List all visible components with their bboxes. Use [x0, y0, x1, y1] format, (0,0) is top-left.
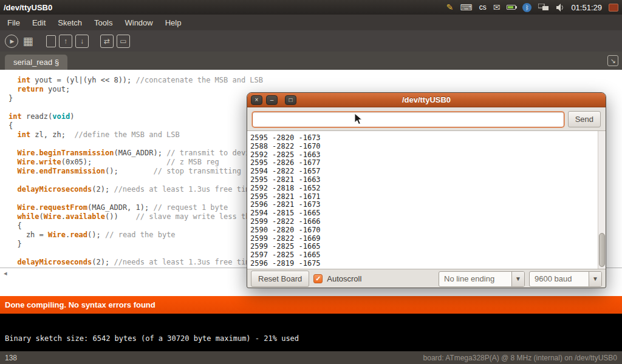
console-output: Binary sketch size: 6542 bytes (of a 307… [5, 334, 299, 343]
close-button[interactable]: × [251, 95, 262, 105]
serial-output[interactable]: 2595 -2820 -16732588 -2822 -16702592 -28… [247, 130, 606, 269]
serial-line: 2594 -2822 -1657 [250, 167, 606, 176]
output-scrollbar[interactable] [598, 131, 606, 269]
edit-indicator-icon[interactable]: ✎ [446, 2, 454, 12]
menu-window[interactable]: Window [118, 15, 159, 30]
minimize-button[interactable]: – [266, 95, 278, 105]
monitor-footer: Reset Board ✓ Autoscroll No line ending … [247, 269, 606, 288]
serial-line: 2595 -2826 -1677 [250, 159, 606, 167]
serial-line: 2588 -2822 -1670 [250, 143, 606, 151]
menu-help[interactable]: Help [159, 15, 188, 30]
serial-monitor-window: × – □ /dev/ttyUSB0 Send 2595 -2820 -1673… [247, 92, 606, 288]
keyboard-icon[interactable]: ⌨ [460, 2, 472, 12]
monitor-title: /dev/ttyUSB0 [247, 93, 606, 107]
volume-icon[interactable] [556, 4, 564, 12]
maximize-button[interactable]: □ [285, 95, 296, 105]
mouse-cursor [354, 113, 364, 129]
ide-toolbar: ▶▦↑↓⇄▭ [0, 30, 622, 52]
mail-icon[interactable]: ✉ [493, 2, 501, 12]
serial-line: 2597 -2825 -1665 [250, 251, 606, 260]
menu-sketch[interactable]: Sketch [52, 15, 88, 30]
session-menu-icon[interactable] [609, 4, 618, 12]
serial-line: 2594 -2815 -1665 [250, 209, 606, 218]
open-button[interactable]: ↑ [59, 35, 72, 48]
serial-line: 2592 -2818 -1652 [250, 184, 606, 193]
serial-monitor-button[interactable]: ▭ [117, 35, 130, 48]
tab-serial-read[interactable]: serial_read § [5, 55, 67, 70]
screen: /dev/ttyUSB0 ✎ ⌨ cs ✉ ᛒ 01:51:29 File Ed… [0, 0, 622, 364]
serial-line: 2595 -2820 -1673 [250, 134, 606, 143]
menu-edit[interactable]: Edit [26, 15, 52, 30]
board-info: board: ATmega328P(A) @ 8 MHz (internal) … [423, 354, 617, 362]
serial-send-input[interactable] [252, 112, 564, 127]
serial-line: 2599 -2822 -1669 [250, 235, 606, 243]
serial-line: 2596 -2819 -1675 [250, 260, 606, 268]
network-icon[interactable] [538, 4, 549, 12]
verify-button[interactable]: ▶ [5, 35, 18, 48]
stop-button[interactable]: ▦ [21, 35, 35, 48]
send-button[interactable]: Send [568, 111, 601, 127]
build-console: Binary sketch size: 6542 bytes (of a 307… [0, 314, 622, 351]
tab-menu-button[interactable]: ↘ [607, 55, 618, 66]
menu-file[interactable]: File [1, 15, 26, 30]
serial-line: 2592 -2825 -1663 [250, 151, 606, 160]
code-line: int yout = (yl|(yh << 8)); //concatenate… [9, 76, 622, 85]
battery-icon[interactable] [507, 5, 516, 10]
serial-line: 2596 -2821 -1673 [250, 201, 606, 209]
bluetooth-icon[interactable]: ᛒ [522, 3, 531, 12]
new-sketch-button[interactable] [46, 35, 56, 47]
upload-button[interactable]: ⇄ [100, 35, 114, 48]
chevron-down-icon[interactable]: ▼ [511, 272, 524, 286]
autoscroll-label: Autoscroll [327, 274, 361, 283]
serial-line: 2599 -2822 -1666 [250, 218, 606, 226]
monitor-titlebar[interactable]: × – □ /dev/ttyUSB0 [247, 93, 606, 107]
menu-tools[interactable]: Tools [88, 15, 118, 30]
line-ending-select[interactable]: No line ending ▼ [439, 271, 525, 287]
line-number-indicator: 138 [5, 354, 17, 362]
serial-line: 2599 -2825 -1665 [250, 243, 606, 251]
serial-line: 2595 -2821 -1663 [250, 176, 606, 184]
chevron-down-icon[interactable]: ▼ [589, 272, 601, 286]
save-button[interactable]: ↓ [75, 35, 89, 48]
system-panel: /dev/ttyUSB0 ✎ ⌨ cs ✉ ᛒ 01:51:29 [0, 0, 622, 15]
compile-status-bar: Done compiling. No syntax errors found [0, 296, 622, 314]
reset-board-button[interactable]: Reset Board [251, 271, 309, 287]
monitor-input-row: Send [247, 107, 606, 130]
hscroll-left-arrow-icon[interactable]: ◂ [4, 269, 7, 277]
panel-indicators: ✎ ⌨ cs ✉ ᛒ 01:51:29 [446, 2, 618, 12]
autoscroll-checkbox[interactable]: ✓ [313, 274, 323, 283]
tab-strip: serial_read § ↘ [0, 52, 622, 70]
panel-window-title: /dev/ttyUSB0 [4, 3, 52, 12]
scrollbar-thumb[interactable] [599, 233, 605, 267]
serial-line: 2590 -2820 -1670 [250, 226, 606, 235]
baud-rate-select[interactable]: 9600 baud ▼ [529, 271, 602, 287]
menubar: File Edit Sketch Tools Window Help [0, 15, 622, 30]
bottom-statusbar: 138 board: ATmega328P(A) @ 8 MHz (intern… [0, 351, 622, 364]
keyboard-layout-indicator[interactable]: cs [479, 3, 487, 12]
clock[interactable]: 01:51:29 [571, 3, 602, 12]
compile-status-message: Done compiling. No syntax errors found [5, 300, 156, 309]
serial-line: 2595 -2821 -1671 [250, 193, 606, 201]
